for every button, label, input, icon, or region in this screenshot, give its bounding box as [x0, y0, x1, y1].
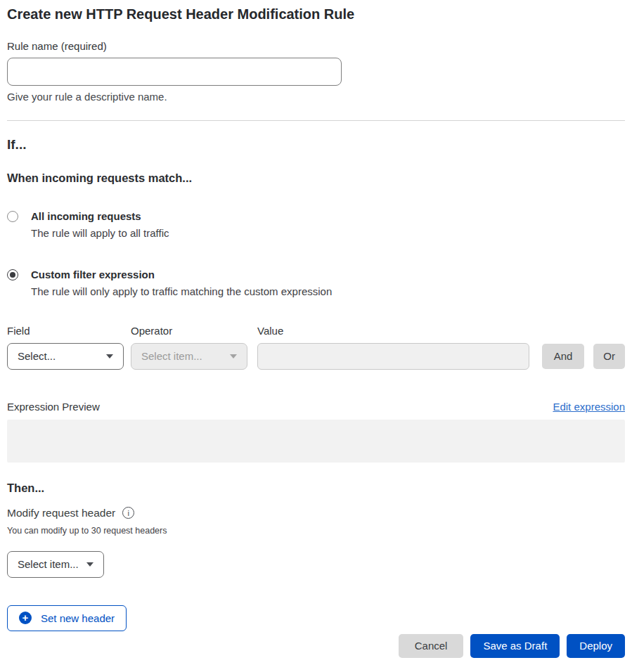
radio-unselected-icon[interactable]	[7, 211, 18, 222]
edit-expression-link[interactable]: Edit expression	[553, 401, 625, 413]
rule-name-helper: Give your rule a descriptive name.	[7, 91, 625, 103]
operator-select[interactable]: Select item...	[131, 343, 247, 370]
section-divider	[7, 120, 625, 121]
modify-request-header-label: Modify request header	[7, 507, 115, 519]
footer-actions: Cancel Save as Draft Deploy	[7, 634, 625, 658]
or-button[interactable]: Or	[593, 344, 625, 369]
operator-select-value: Select item...	[141, 350, 202, 362]
field-label: Field	[7, 325, 124, 337]
expression-builder-row: Field Select... Operator Select item... …	[7, 325, 625, 370]
rule-name-input[interactable]	[7, 58, 342, 86]
radio-label: Custom filter expression	[31, 268, 332, 282]
rule-name-label: Rule name (required)	[7, 40, 625, 53]
radio-option-all-incoming[interactable]: All incoming requests The rule will appl…	[7, 209, 625, 240]
deploy-button[interactable]: Deploy	[567, 634, 625, 658]
value-column: Value	[257, 325, 529, 370]
field-select[interactable]: Select...	[7, 343, 124, 370]
radio-description: The rule will apply to all traffic	[31, 226, 169, 240]
radio-option-custom-filter[interactable]: Custom filter expression The rule will o…	[7, 268, 625, 299]
radio-text: All incoming requests The rule will appl…	[31, 209, 169, 240]
rule-name-section: Rule name (required) Give your rule a de…	[7, 40, 625, 103]
expression-preview-header: Expression Preview Edit expression	[7, 401, 625, 413]
header-action-select[interactable]: Select item...	[7, 551, 104, 578]
expression-preview-label: Expression Preview	[7, 401, 100, 413]
radio-description: The rule will only apply to traffic matc…	[31, 285, 332, 299]
header-action-select-value: Select item...	[18, 558, 79, 570]
chevron-down-icon	[86, 562, 93, 567]
if-heading: If...	[7, 137, 625, 153]
then-heading: Then...	[7, 482, 625, 495]
value-input[interactable]	[257, 343, 529, 370]
radio-selected-icon[interactable]	[7, 269, 18, 280]
page-title: Create new HTTP Request Header Modificat…	[7, 6, 625, 22]
field-select-value: Select...	[18, 350, 56, 362]
radio-label: All incoming requests	[31, 209, 169, 224]
chevron-down-icon	[230, 354, 237, 358]
save-as-draft-button[interactable]: Save as Draft	[470, 634, 560, 658]
match-subheading: When incoming requests match...	[7, 172, 625, 185]
plus-circle-icon: +	[19, 612, 32, 624]
set-new-header-label: Set new header	[41, 612, 115, 624]
expression-preview-box	[7, 420, 625, 463]
field-column: Field Select...	[7, 325, 124, 370]
create-rule-form: Create new HTTP Request Header Modificat…	[0, 0, 632, 658]
modify-header-helper: You can modify up to 30 request headers	[7, 526, 625, 536]
set-new-header-button[interactable]: + Set new header	[7, 605, 127, 631]
chevron-down-icon	[106, 354, 113, 358]
cancel-button[interactable]: Cancel	[399, 634, 464, 658]
value-label: Value	[257, 325, 529, 337]
modify-header-row: Modify request header i	[7, 507, 625, 519]
operator-label: Operator	[131, 325, 247, 337]
info-icon[interactable]: i	[122, 507, 134, 519]
radio-text: Custom filter expression The rule will o…	[31, 268, 332, 299]
and-button[interactable]: And	[542, 344, 585, 369]
operator-column: Operator Select item...	[131, 325, 247, 370]
